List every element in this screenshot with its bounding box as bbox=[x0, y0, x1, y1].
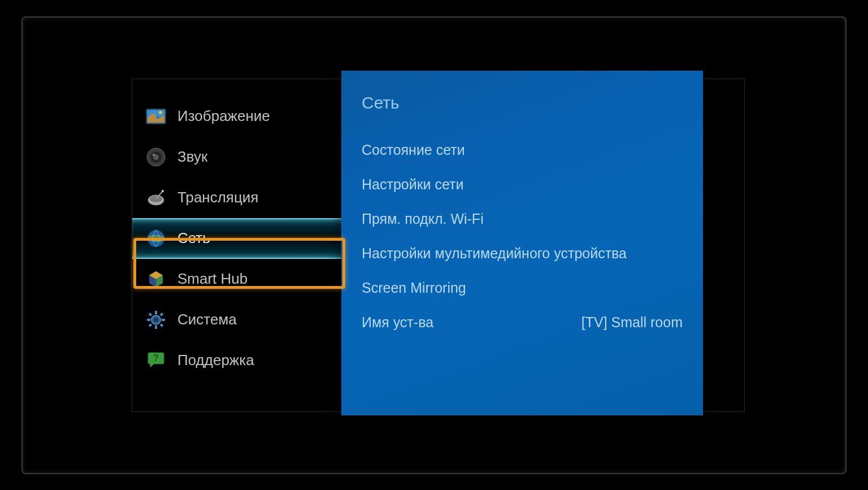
panel-item-label: Настройки мультимедийного устройства bbox=[362, 245, 627, 262]
panel-item-multimedia-settings[interactable]: Настройки мультимедийного устройства bbox=[362, 245, 683, 262]
sidebar-item-support[interactable]: ? Поддержка bbox=[132, 340, 341, 381]
menu-container: Изображение Звук bbox=[132, 79, 745, 412]
panel-item-screen-mirroring[interactable]: Screen Mirroring bbox=[362, 280, 683, 296]
tv-frame: Изображение Звук bbox=[21, 16, 847, 474]
svg-point-6 bbox=[153, 154, 155, 156]
sidebar-item-label: Smart Hub bbox=[177, 270, 248, 288]
sidebar-item-label: Звук bbox=[177, 148, 207, 166]
svg-rect-20 bbox=[160, 323, 163, 327]
sidebar-item-label: Сеть bbox=[177, 229, 210, 247]
panel-item-network-status[interactable]: Состояние сети bbox=[362, 142, 683, 158]
sidebar-item-label: Трансляция bbox=[177, 189, 258, 206]
sound-icon bbox=[146, 147, 166, 167]
svg-point-14 bbox=[154, 318, 158, 322]
panel-item-label: Прям. подкл. Wi-Fi bbox=[362, 211, 484, 227]
sidebar-item-network[interactable]: Сеть bbox=[132, 218, 341, 259]
system-icon bbox=[146, 310, 166, 330]
sidebar-item-system[interactable]: Система bbox=[132, 300, 341, 340]
svg-rect-17 bbox=[147, 319, 150, 321]
sidebar-item-label: Изображение bbox=[177, 107, 270, 125]
svg-rect-22 bbox=[149, 323, 152, 327]
svg-text:?: ? bbox=[153, 353, 159, 363]
smarthub-icon bbox=[146, 269, 166, 289]
svg-rect-15 bbox=[155, 311, 157, 314]
svg-rect-18 bbox=[162, 319, 165, 321]
picture-icon bbox=[146, 106, 166, 127]
broadcast-icon bbox=[146, 188, 166, 208]
sidebar-item-picture[interactable]: Изображение bbox=[132, 96, 341, 137]
sidebar-item-broadcast[interactable]: Трансляция bbox=[132, 177, 341, 218]
panel-item-value: [TV] Small room bbox=[581, 314, 683, 331]
screen-area: Изображение Звук bbox=[61, 47, 807, 443]
svg-rect-16 bbox=[155, 326, 157, 329]
support-icon: ? bbox=[146, 350, 166, 371]
panel-item-label: Состояние сети bbox=[362, 142, 465, 158]
panel-item-label: Настройки сети bbox=[362, 176, 464, 193]
network-panel: Сеть Состояние сети Настройки сети Прям.… bbox=[341, 71, 703, 415]
panel-item-label: Screen Mirroring bbox=[362, 280, 466, 296]
sidebar-item-smarthub[interactable]: Smart Hub bbox=[132, 259, 341, 300]
settings-sidebar: Изображение Звук bbox=[132, 79, 341, 411]
network-icon bbox=[146, 228, 166, 249]
sidebar-item-label: Поддержка bbox=[177, 352, 254, 369]
panel-item-wifi-direct[interactable]: Прям. подкл. Wi-Fi bbox=[362, 211, 683, 227]
sidebar-item-sound[interactable]: Звук bbox=[132, 137, 341, 177]
sidebar-item-label: Система bbox=[177, 311, 237, 328]
svg-rect-19 bbox=[149, 313, 152, 316]
panel-item-network-settings[interactable]: Настройки сети bbox=[362, 176, 683, 193]
panel-item-label: Имя уст-ва bbox=[362, 314, 433, 331]
svg-rect-21 bbox=[160, 313, 163, 316]
svg-point-10 bbox=[162, 190, 164, 192]
svg-point-2 bbox=[159, 111, 162, 114]
panel-item-device-name[interactable]: Имя уст-ва [TV] Small room bbox=[362, 314, 683, 331]
panel-title: Сеть bbox=[362, 93, 683, 112]
